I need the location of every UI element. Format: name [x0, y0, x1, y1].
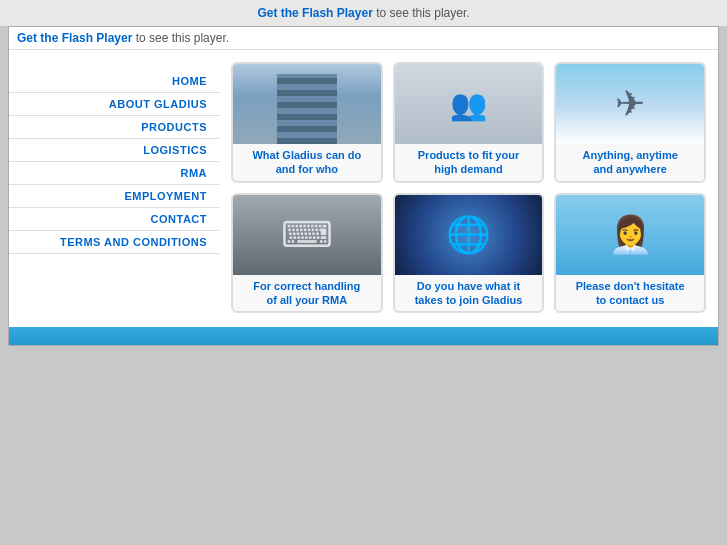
card-employment[interactable]: Do you have what ittakes to join Gladius: [393, 193, 545, 314]
sidebar-item-logistics[interactable]: LOGISTICS: [9, 139, 219, 162]
sidebar-link-products[interactable]: PRODUCTS: [9, 116, 219, 138]
flash-notice-link[interactable]: Get the Flash Player: [17, 31, 132, 45]
sidebar-link-about[interactable]: ABOUT GLADIUS: [9, 93, 219, 115]
card-rma-image: [233, 195, 381, 275]
flash-notice-text: to see this player.: [136, 31, 229, 45]
card-contact-label: Please don't hesitateto contact us: [570, 275, 691, 312]
blue-bar: [9, 327, 718, 345]
flash-notice: Get the Flash Player to see this player.: [9, 27, 718, 50]
sidebar: HOME ABOUT GLADIUS PRODUCTS LOGISTICS RM…: [9, 50, 219, 325]
top-bar: Get the Flash Player to see this player.: [0, 0, 727, 26]
card-contact[interactable]: Please don't hesitateto contact us: [554, 193, 706, 314]
sidebar-item-rma[interactable]: RMA: [9, 162, 219, 185]
card-logistics[interactable]: Anything, anytimeand anywhere: [554, 62, 706, 183]
card-logistics-label: Anything, anytimeand anywhere: [576, 144, 683, 181]
card-products-label: Products to fit yourhigh demand: [412, 144, 525, 181]
card-building[interactable]: What Gladius can doand for who: [231, 62, 383, 183]
card-employment-image: [395, 195, 543, 275]
content-area: HOME ABOUT GLADIUS PRODUCTS LOGISTICS RM…: [9, 50, 718, 325]
card-products[interactable]: Products to fit yourhigh demand: [393, 62, 545, 183]
card-rma-label: For correct handlingof all your RMA: [247, 275, 366, 312]
sidebar-link-terms[interactable]: TERMS AND CONDITIONS: [9, 231, 219, 253]
sidebar-link-logistics[interactable]: LOGISTICS: [9, 139, 219, 161]
sidebar-item-terms[interactable]: TERMS AND CONDITIONS: [9, 231, 219, 254]
card-employment-label: Do you have what ittakes to join Gladius: [409, 275, 529, 312]
main-wrapper: Get the Flash Player to see this player.…: [8, 26, 719, 346]
top-bar-text: to see this player.: [376, 6, 469, 20]
card-logistics-image: [556, 64, 704, 144]
sidebar-nav: HOME ABOUT GLADIUS PRODUCTS LOGISTICS RM…: [9, 70, 219, 254]
sidebar-item-home[interactable]: HOME: [9, 70, 219, 93]
sidebar-item-products[interactable]: PRODUCTS: [9, 116, 219, 139]
sidebar-item-contact[interactable]: CONTACT: [9, 208, 219, 231]
sidebar-nav-list: HOME ABOUT GLADIUS PRODUCTS LOGISTICS RM…: [9, 70, 219, 254]
sidebar-link-employment[interactable]: EMPLOYMENT: [9, 185, 219, 207]
card-rma[interactable]: For correct handlingof all your RMA: [231, 193, 383, 314]
card-building-label: What Gladius can doand for who: [246, 144, 367, 181]
grid-area: What Gladius can doand for who Products …: [219, 50, 718, 325]
card-contact-image: [556, 195, 704, 275]
sidebar-link-contact[interactable]: CONTACT: [9, 208, 219, 230]
sidebar-link-home[interactable]: HOME: [9, 70, 219, 92]
sidebar-item-employment[interactable]: EMPLOYMENT: [9, 185, 219, 208]
sidebar-link-rma[interactable]: RMA: [9, 162, 219, 184]
top-bar-flash-link[interactable]: Get the Flash Player: [257, 6, 372, 20]
card-products-image: [395, 64, 543, 144]
sidebar-item-about[interactable]: ABOUT GLADIUS: [9, 93, 219, 116]
card-building-image: [233, 64, 381, 144]
